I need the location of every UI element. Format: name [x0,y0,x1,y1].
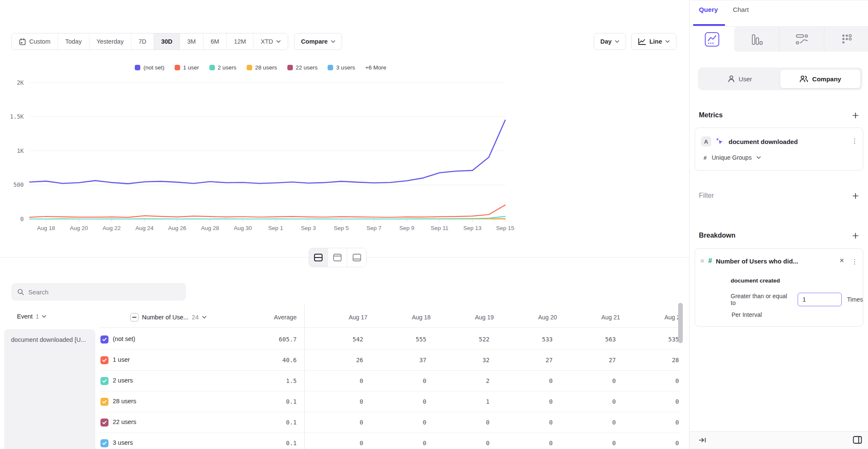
x-axis-tick-label: Sep 3 [301,225,316,231]
range-button-yesterday[interactable]: Yesterday [89,33,131,50]
legend-item[interactable]: 3 users [328,64,355,71]
main-content-area: CustomTodayYesterday7D30D3M6M12MXTD Comp… [0,0,689,449]
plus-icon [852,193,859,199]
metric-measure-selector[interactable]: # Unique Groups [704,154,761,161]
chart-type-dropdown[interactable]: Line [631,33,676,50]
metric-menu-button[interactable]: ⋮ [851,137,858,145]
table-row[interactable]: 28 users0.1001000 [98,391,681,412]
select-all-checkbox[interactable] [130,313,139,322]
breakdown-menu-button[interactable]: ⋮ [851,258,858,266]
event-spark-cursor-icon [716,138,724,146]
check-icon [102,441,107,445]
cell-value: 0 [376,398,426,405]
interval-label: Day [601,38,612,45]
user-icon [728,75,735,83]
range-button-30d[interactable]: 30D [154,33,180,50]
line-chart[interactable]: 05001K1.5K2KAug 18Aug 20Aug 22Aug 24Aug … [0,76,521,241]
legend-label: 1 user [183,64,199,71]
tab-query[interactable]: Query [699,6,718,14]
event-column-header[interactable]: Event 1 [17,313,46,320]
cell-value: 0 [312,440,363,446]
series-checkbox[interactable] [100,398,108,406]
remove-breakdown-button[interactable]: ✕ [839,257,844,264]
cell-value: 2 [439,377,490,384]
dots-grid-icon [841,33,853,45]
y-axis-tick-label: 0 [20,216,24,222]
legend-item[interactable]: 2 users [209,64,236,71]
series-label: (not set) [113,335,135,342]
interval-dropdown[interactable]: Day [594,33,626,50]
series-checkbox[interactable] [100,439,108,447]
tile-line-chart[interactable] [690,27,734,52]
legend-more-button[interactable]: +6 More [365,64,387,71]
legend-item[interactable]: (not set) [135,64,164,71]
legend-item[interactable]: 22 users [287,64,318,71]
range-button-custom[interactable]: Custom [12,33,58,50]
table-vertical-scrollbar[interactable] [678,303,683,343]
x-axis-tick-label: Aug 24 [135,225,153,231]
table-row[interactable]: 22 users0.1000000 [98,412,681,433]
event-list-item[interactable]: document downloaded [U... [4,329,95,449]
cell-value: 0 [312,419,363,426]
table-row[interactable]: 2 users1.5002000 [98,371,681,391]
range-button-today[interactable]: Today [58,33,89,50]
breakdown-card[interactable]: # Number of Users who did... ✕ ⋮ documen… [695,248,863,327]
tab-chart[interactable]: Chart [733,6,749,14]
legend-item[interactable]: 28 users [247,64,277,71]
series-checkbox[interactable] [100,377,108,385]
side-panel-toggle-icon[interactable] [853,436,862,444]
audience-user-segment[interactable]: User [700,69,780,89]
tile-scatter-grid[interactable] [824,27,868,52]
chart-only-view-button[interactable] [328,248,347,267]
compare-button[interactable]: Compare [294,33,342,50]
chevron-down-icon [757,156,761,159]
cell-value: 37 [376,357,426,363]
series-checkbox[interactable] [100,335,108,344]
cell-value: 0 [502,419,553,426]
cell-value: 0 [565,377,616,384]
series-label: 22 users [113,419,136,425]
search-field[interactable] [11,283,186,301]
split-view-button[interactable] [309,248,328,267]
audience-company-segment[interactable]: Company [780,69,861,89]
range-button-xtd[interactable]: XTD [253,33,288,50]
range-button-6m[interactable]: 6M [203,33,227,50]
drag-handle-icon[interactable] [700,259,704,263]
date-column-header: Aug 21 [569,314,620,321]
segmentation-chart-icon [704,32,720,47]
range-button-12m[interactable]: 12M [227,33,253,50]
audience-company-label: Company [812,75,841,83]
metric-card[interactable]: A document downloaded ⋮ # Unique Groups [695,127,863,171]
add-filter-button[interactable] [852,193,859,199]
add-metric-button[interactable] [852,112,859,119]
cell-value: 0 [439,419,490,426]
table-row[interactable]: (not set)605.7542555522533563535 [98,329,681,350]
table-row[interactable]: 3 users0.1000000 [98,433,681,449]
cell-value: 0 [628,440,679,446]
top-panel-view-icon [333,253,342,262]
cell-value: 0 [376,440,426,446]
tile-flow-chart[interactable] [779,27,824,52]
breakdown-table: Event 1 Number of Use... 24 Average Aug … [0,303,689,449]
average-column-header[interactable]: Average [237,314,297,321]
table-only-view-button[interactable] [347,248,366,267]
breakdown-section-header: Breakdown [699,232,859,239]
date-range-selector: CustomTodayYesterday7D30D3M6M12MXTD [11,33,288,50]
cell-value: 27 [565,357,616,363]
tile-bar-chart[interactable] [734,27,779,52]
cell-value: 0 [312,377,363,384]
series-checkbox[interactable] [100,419,108,427]
range-button-7d[interactable]: 7D [131,33,154,50]
search-input[interactable] [28,288,180,296]
collapse-panel-icon[interactable] [699,437,707,443]
legend-label: 3 users [336,64,355,71]
table-row[interactable]: 1 user40.6263732272728 [98,350,681,371]
breakdown-value-input[interactable] [798,293,842,306]
range-button-3m[interactable]: 3M [180,33,203,50]
series-column-header[interactable]: Number of Use... 24 [130,313,206,322]
legend-item[interactable]: 1 user [175,64,199,71]
add-breakdown-button[interactable] [852,233,859,239]
check-icon [102,379,107,383]
series-checkbox[interactable] [100,356,108,364]
average-value: 1.5 [251,377,297,384]
